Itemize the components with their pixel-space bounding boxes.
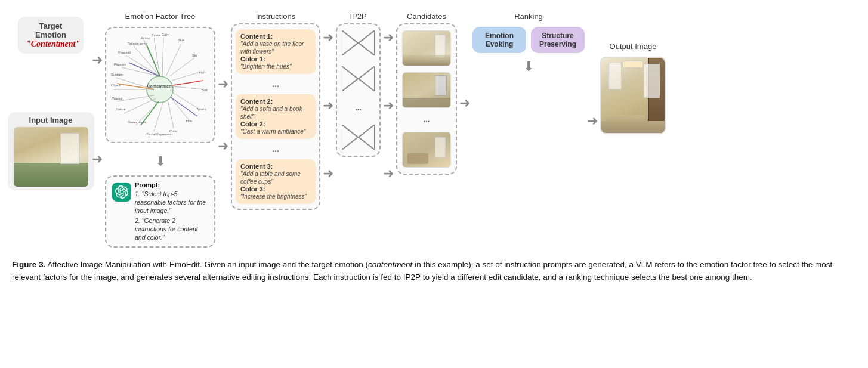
svg-marker-49 [359, 66, 375, 91]
svg-text:Calm: Calm [162, 33, 169, 36]
ip2p-dots: ... [355, 102, 362, 114]
ranking-structure-label: Structure Preserving [538, 32, 577, 48]
instruction-card-3-color-label: Color 3: [240, 185, 311, 193]
svg-marker-47 [359, 30, 375, 55]
ranking-column: Ranking Emotion Evoking Structure Preser… [472, 12, 585, 77]
ip2p-col-label: IP2P [350, 12, 366, 21]
svg-text:Color: Color [169, 129, 177, 133]
svg-line-17 [172, 72, 202, 81]
svg-line-16 [173, 86, 203, 89]
svg-text:Warm: Warm [197, 107, 206, 111]
candidates-dots: ... [424, 114, 430, 126]
arrow-right-1b: ➜ [92, 151, 103, 167]
left-column: Target Emotion "Contentment" Input Image [12, 17, 89, 190]
svg-text:Nature: Nature [116, 107, 126, 111]
ip2p-shape-1 [342, 30, 375, 55]
svg-text:Pigeons: Pigeons [114, 63, 126, 66]
instruction-card-2-color-text: "Cast a warm ambiance" [240, 128, 311, 135]
svg-text:Peaceful: Peaceful [118, 51, 131, 54]
svg-line-13 [168, 100, 174, 128]
dots-1: ... [236, 78, 316, 91]
arrow-col-1: ➜ ➜ [89, 29, 105, 167]
arrow-right-2: ➜ [218, 76, 228, 92]
svg-text:Action: Action [141, 36, 150, 40]
chatgpt-icon [112, 183, 131, 202]
input-image-box: Input Image [8, 112, 94, 190]
prompt-title: Prompt: [135, 181, 208, 188]
arrow-right-3b: ➜ [323, 98, 333, 113]
arrow-col-6: ➜ [585, 89, 600, 129]
candidates-box: ... [396, 23, 457, 175]
target-emotion-value: "Contentment" [26, 39, 75, 49]
svg-marker-48 [342, 66, 358, 91]
tree-column: Emotion Factor Tree Contentment [105, 12, 215, 248]
instruction-card-1-content-label: Content 1: [240, 33, 311, 40]
svg-line-26 [173, 81, 203, 85]
arrow-right-3c: ➜ [323, 166, 333, 181]
prompt-box: Prompt: 1. "Select top-5 reasonable fact… [105, 175, 215, 248]
prompt-item-2: 2. "Generate 2 instructions for content … [135, 217, 208, 242]
arrow-right-5: ➜ [459, 95, 470, 111]
instructions-col-label: Instructions [256, 12, 295, 21]
target-emotion-label: Target Emotion [26, 21, 75, 39]
candidate-image-3 [402, 132, 451, 168]
ranking-emotion-box: Emotion Evoking [472, 27, 526, 53]
instruction-card-2-color-label: Color 2: [240, 120, 311, 128]
svg-text:Scene: Scene [152, 33, 161, 37]
caption-italic-text: contentment [368, 260, 412, 269]
instruction-card-2-content-text: "Add a sofa and a book shelf" [240, 105, 311, 120]
svg-text:Sunlight: Sunlight [111, 73, 123, 76]
candidate-image-1 [402, 30, 451, 66]
arrow-right-4c: ➜ [383, 166, 394, 181]
svg-text:Sky: Sky [192, 54, 197, 57]
arrow-right-1: ➜ [92, 52, 103, 68]
chatgpt-svg [115, 185, 128, 199]
svg-text:Soft: Soft [202, 88, 208, 92]
ranking-structure-box: Structure Preserving [531, 27, 585, 53]
svg-line-25 [171, 97, 197, 116]
output-image-box [600, 57, 666, 134]
svg-line-15 [172, 92, 199, 109]
arrow-right-2b: ➜ [218, 138, 228, 154]
instructions-column: Instructions Content 1: "Add a vase on t… [231, 12, 320, 210]
output-label: Output Image [610, 42, 657, 51]
instruction-card-1: Content 1: "Add a vase on the floor with… [236, 29, 316, 74]
svg-text:Object: Object [111, 84, 121, 87]
svg-line-20 [162, 38, 163, 76]
ranking-arrow-down: ⬇ [523, 59, 534, 75]
arrow-right-3a: ➜ [323, 30, 333, 45]
svg-line-6 [122, 67, 160, 76]
svg-text:Green plants: Green plants [128, 120, 147, 124]
tree-col-label: Emotion Factor Tree [125, 12, 196, 21]
svg-text:Warmth: Warmth [112, 97, 123, 100]
svg-text:Contentment: Contentment [147, 84, 173, 88]
tree-box: Contentment [105, 27, 215, 143]
arrow-down-1: ⬇ [155, 154, 166, 169]
svg-marker-50 [342, 125, 358, 150]
ip2p-box: ... [336, 23, 381, 157]
instruction-card-2: Content 2: "Add a sofa and a book shelf"… [236, 94, 316, 139]
candidate-image-2 [402, 72, 451, 108]
instruction-card-3-content-label: Content 3: [240, 163, 311, 170]
instructions-box: Content 1: "Add a vase on the floor with… [231, 23, 320, 210]
arrow-col-2: ➜ ➜ [215, 12, 231, 154]
ranking-col-label: Ranking [514, 12, 543, 21]
instruction-card-1-content-text: "Add a vase on the floor with flowers" [240, 40, 311, 55]
diagram-area: Target Emotion "Contentment" Input Image… [12, 6, 856, 251]
arrow-col-4: ➜ ➜ ➜ [381, 25, 396, 181]
svg-text:Light: Light [199, 70, 206, 74]
caption-figure-label: Figure 3. [12, 260, 45, 269]
caption-area: Figure 3. Affective Image Manipulation w… [12, 259, 853, 284]
arrow-col-5: ➜ [457, 72, 472, 111]
instruction-card-1-color-label: Color 1: [240, 55, 311, 63]
svg-line-5 [126, 55, 160, 76]
svg-text:Facial Expression: Facial Expression [147, 132, 172, 136]
input-room-image [14, 127, 88, 187]
svg-text:Robotic arms: Robotic arms [128, 42, 147, 45]
candidates-col-label: Candidates [407, 12, 446, 21]
target-emotion-box: Target Emotion "Contentment" [18, 17, 84, 54]
output-room-image [601, 58, 665, 133]
arrow-col-3: ➜ ➜ ➜ [320, 25, 336, 181]
svg-line-19 [166, 44, 181, 76]
arrow-right-6: ➜ [587, 113, 598, 129]
